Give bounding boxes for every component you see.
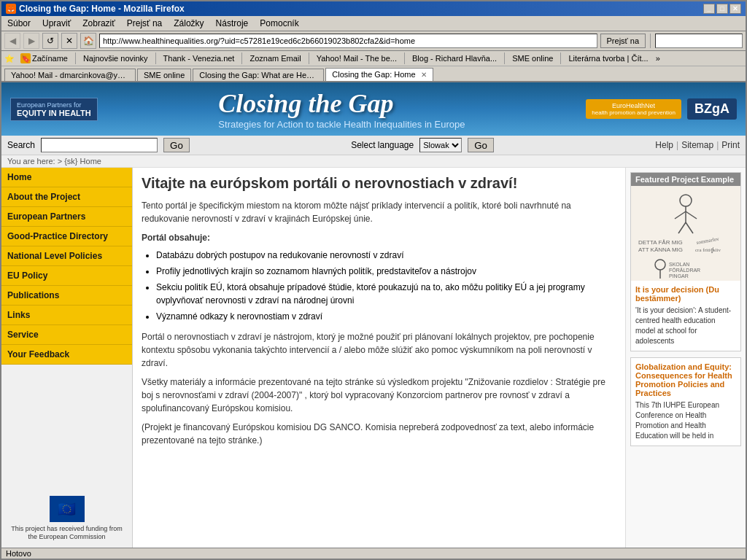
nav-eu-policy[interactable]: EU Policy — [1, 266, 132, 286]
lang-label: Select language — [351, 140, 414, 150]
featured-box: Featured Project Example — [630, 172, 741, 351]
nav-policies[interactable]: National Level Policies — [1, 246, 132, 266]
window-title: Closing the Gap: Home - Mozilla Firefox — [19, 4, 185, 14]
breadcrumb: You are here: > {sk} Home — [1, 155, 746, 168]
sidebar: Home About the Project European Partners… — [1, 168, 133, 548]
nav-directory[interactable]: Good-Practice Directory — [1, 227, 132, 246]
featured-title: Featured Project Example — [631, 173, 740, 186]
status-bar: Hotovo — [1, 548, 746, 559]
nav-feedback[interactable]: Your Feedback — [1, 345, 132, 365]
title-bar: 🦊 Closing the Gap: Home - Mozilla Firefo… — [1, 1, 746, 16]
maximize-button[interactable]: □ — [716, 4, 728, 14]
print-link[interactable]: Print — [721, 140, 740, 150]
lang-go-button[interactable]: Go — [468, 138, 494, 152]
browser-content: European Partners for EQUITY IN HEALTH C… — [1, 82, 746, 559]
address-bar[interactable] — [99, 34, 597, 48]
side-article-2-title: Globalization and Equity: Consequences f… — [635, 362, 736, 397]
eu-flag-icon: 🇪🇺 — [50, 496, 85, 522]
svg-text:ATT KÄNNA MIG: ATT KÄNNA MIG — [638, 246, 683, 253]
tab-sme-online[interactable]: SME online — [137, 69, 191, 81]
help-links: Help | Sitemap | Print — [655, 140, 740, 150]
svg-text:cra fritiḏsliv: cra fritiḏsliv — [695, 247, 721, 253]
bullet-1: Databázu dobrých postupov na redukovanie… — [156, 249, 616, 262]
menu-upravit[interactable]: Upraviť — [39, 18, 74, 29]
site-title: Closing the Gap — [218, 88, 465, 119]
featured-caption-title: It is your decision (Du bestämmer) — [635, 285, 736, 303]
featured-image: DETTA FÅR MIG ATT KÄNNA MIG SKOLAN FÖRÄL… — [631, 186, 740, 281]
reload-button[interactable]: ↺ — [42, 33, 58, 49]
svg-text:FÖRÄLDRAR: FÖRÄLDRAR — [669, 268, 700, 273]
tab-what-are[interactable]: Closing the Gap: What are Health Inequal… — [193, 69, 324, 81]
language-select[interactable]: Slowak — [419, 138, 462, 152]
close-button[interactable]: ✕ — [729, 4, 741, 14]
tab-yahoo-mail[interactable]: Yahoo! Mail - dmarcinkova@yahoo.com — [4, 69, 136, 81]
menu-subor[interactable]: Súbor — [4, 18, 34, 29]
content-para1: Tento portál je špecifickým miestom na k… — [142, 199, 616, 225]
bookmark-venezia[interactable]: Thank - Venezia.net — [160, 53, 238, 63]
side-article-2: Globalization and Equity: Consequences f… — [630, 357, 741, 446]
content-para3: Všetky materiály a informácie prezentova… — [142, 376, 616, 415]
bookmark-zaciname[interactable]: 🔖 Začíname — [18, 52, 71, 64]
help-link[interactable]: Help — [655, 140, 673, 150]
search-go-button[interactable]: Go — [163, 138, 190, 152]
back-button[interactable]: ◀ — [4, 33, 20, 49]
status-text: Hotovo — [6, 549, 31, 558]
eu-funding-text: This project has received funding from t… — [7, 525, 126, 542]
search-input[interactable] — [41, 138, 158, 152]
nav-links[interactable]: Links — [1, 306, 132, 325]
window-controls[interactable]: _ □ ✕ — [703, 4, 741, 14]
content-subtitle: Portál obsahuje: — [142, 231, 616, 244]
nav-publications[interactable]: Publications — [1, 286, 132, 306]
sitemap-link[interactable]: Sitemap — [681, 140, 713, 150]
search-label: Search — [7, 140, 35, 150]
bookmarks-more[interactable]: » — [656, 54, 660, 63]
header-title: Closing the Gap Strategies for Action to… — [218, 88, 465, 130]
featured-caption: It is your decision (Du bestämmer) 'It i… — [631, 281, 740, 351]
content-area: Vitajte na európskom portáli o nerovnost… — [133, 168, 625, 548]
featured-caption-text: 'It is your decision': A student-centred… — [635, 306, 736, 346]
side-article-2-text: This 7th IUHPE European Conference on He… — [635, 400, 736, 441]
nav-service[interactable]: Service — [1, 325, 132, 345]
quick-search-input[interactable] — [655, 34, 743, 48]
site-subtitle: Strategies for Action to tackle Health I… — [218, 119, 465, 130]
stop-button[interactable]: ✕ — [61, 33, 77, 49]
page-title: Vitajte na európskom portáli o nerovnost… — [142, 175, 616, 192]
firefox-icon: 🦊 — [6, 4, 16, 14]
home-button[interactable]: 🏠 — [80, 33, 96, 49]
bookmark-zoznam[interactable]: Zoznam Email — [247, 53, 303, 63]
right-panel: Featured Project Example — [625, 168, 746, 548]
bullet-3: Sekciu politík EÚ, ktorá obsahuje prípad… — [156, 281, 616, 307]
bookmark-literarna[interactable]: Literárna tvorba | Čít... — [565, 53, 651, 63]
nav-partners[interactable]: European Partners — [1, 207, 132, 227]
sidebar-bottom: 🇪🇺 This project has received funding fro… — [1, 490, 132, 548]
main-wrapper: Home About the Project European Partners… — [1, 168, 746, 548]
menu-bar: Súbor Upraviť Zobraziť Prejsť na Záložky… — [1, 16, 746, 31]
bookmark-sme[interactable]: SME online — [509, 53, 556, 63]
nav-about[interactable]: About the Project — [1, 187, 132, 207]
menu-pomocnik[interactable]: Pomocník — [257, 18, 301, 29]
bookmark-blog[interactable]: Blog - Richard Hlavňa... — [409, 53, 500, 63]
header-logos: EuroHealthNet health promotion and preve… — [586, 98, 737, 120]
svg-text:DETTA FÅR MIG: DETTA FÅR MIG — [638, 239, 683, 246]
tab-home[interactable]: Closing the Gap: Home ✕ — [325, 68, 433, 81]
bullet-2: Profily jednotlivých krajín so zoznamom … — [156, 265, 616, 278]
bookmark-novinky[interactable]: Najnovšie novinky — [80, 53, 151, 63]
menu-nastroje[interactable]: Nástroje — [213, 18, 252, 29]
tabs-bar: Yahoo! Mail - dmarcinkova@yahoo.com SME … — [1, 66, 746, 82]
menu-prejstna[interactable]: Prejsť na — [124, 18, 166, 29]
bookmark-yahoo-mail[interactable]: Yahoo! Mail - The be... — [314, 53, 400, 63]
bzga-logo: BZgA — [687, 98, 737, 120]
menu-zalozky[interactable]: Záložky — [171, 18, 206, 29]
forward-button[interactable]: ▶ — [23, 33, 39, 49]
featured-sketch-svg: DETTA FÅR MIG ATT KÄNNA MIG SKOLAN FÖRÄL… — [631, 186, 740, 281]
equity-logo: European Partners for EQUITY IN HEALTH — [10, 98, 98, 121]
bookmarks-bar: ⭐ 🔖 Začíname Najnovšie novinky Thank - V… — [1, 51, 746, 66]
minimize-button[interactable]: _ — [703, 4, 715, 14]
go-button[interactable]: Prejsť na — [600, 34, 646, 48]
content-bullets: Databázu dobrých postupov na redukovanie… — [156, 249, 616, 323]
eurohealthnet-logo: EuroHealthNet health promotion and preve… — [586, 99, 681, 119]
nav-home[interactable]: Home — [1, 168, 132, 187]
menu-zobrazit[interactable]: Zobraziť — [80, 18, 118, 29]
tab-close-icon[interactable]: ✕ — [421, 71, 427, 79]
bullet-4: Významné odkazy k nerovnostiam v zdraví — [156, 310, 616, 323]
